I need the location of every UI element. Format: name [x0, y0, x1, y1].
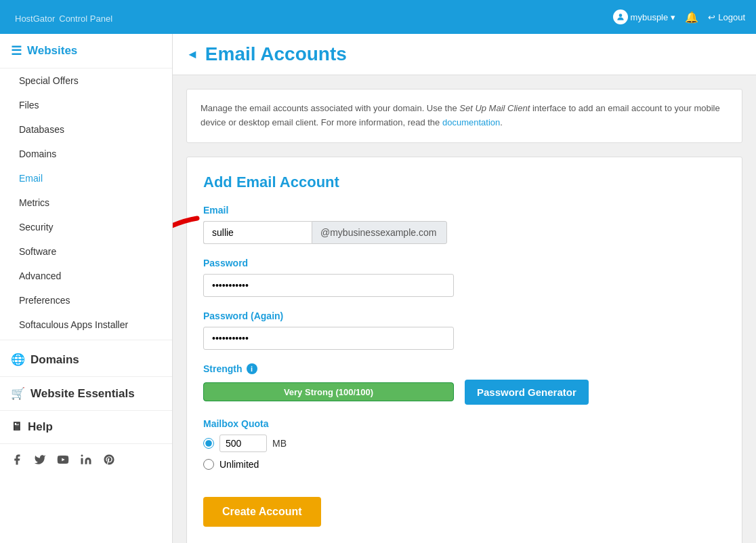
linkedin-icon[interactable]: [80, 454, 92, 469]
layout: ☰ Websites Special Offers Files Database…: [0, 34, 756, 543]
avatar: [613, 9, 628, 24]
password-again-label: Password (Again): [203, 310, 726, 321]
sidebar-domains-section[interactable]: 🌐 Domains: [0, 343, 172, 377]
sidebar-item-domains[interactable]: Domains: [0, 142, 172, 166]
quota-unit-label: MB: [272, 438, 287, 449]
password-again-group: Password (Again): [203, 310, 726, 350]
strength-row: Very Strong (100/100) Password Generator: [203, 380, 726, 405]
email-domain-display: @mybusinessexample.com: [312, 221, 447, 244]
content-area: Manage the email accounts associated wit…: [173, 75, 756, 543]
add-email-form: Add Email Account Email @mybusinessexamp…: [186, 157, 742, 543]
page-title: Email Accounts: [205, 43, 347, 65]
email-label: Email: [203, 205, 726, 216]
documentation-link[interactable]: documentation: [442, 117, 500, 127]
email-local-input[interactable]: [203, 221, 312, 244]
sidebar-item-special-offers[interactable]: Special Offers: [0, 68, 172, 93]
password-group: Password: [203, 258, 726, 297]
sidebar-item-databases[interactable]: Databases: [0, 117, 172, 142]
sidebar-websites-label: Websites: [27, 44, 77, 58]
quota-unlimited-label: Unlimited: [219, 459, 259, 470]
logout-button[interactable]: ↩ Logout: [708, 12, 745, 22]
logo: HostGatorControl Panel: [11, 9, 112, 25]
collapse-sidebar-button[interactable]: ◄: [186, 47, 198, 62]
svg-point-2: [81, 455, 83, 457]
sidebar-item-preferences[interactable]: Preferences: [0, 288, 172, 313]
sidebar-divider-1: [0, 340, 172, 340]
header-left: HostGatorControl Panel: [11, 9, 112, 25]
strength-info-icon[interactable]: i: [247, 363, 257, 374]
mailbox-quota-label: Mailbox Quota: [203, 418, 726, 429]
help-icon: 🖥: [11, 420, 22, 434]
facebook-icon[interactable]: [11, 454, 23, 469]
chevron-down-icon: ▾: [671, 12, 675, 22]
sidebar-item-files[interactable]: Files: [0, 93, 172, 117]
quota-mb-option: MB: [203, 435, 726, 452]
form-section-title: Add Email Account: [203, 174, 726, 191]
page-header-bar: ◄ Email Accounts: [173, 34, 756, 75]
password-label: Password: [203, 258, 726, 268]
quota-mb-radio[interactable]: [203, 438, 214, 449]
sidebar-help-section[interactable]: 🖥 Help: [0, 411, 172, 444]
header-right: mybusple ▾ 🔔 ↩ Logout: [613, 9, 745, 24]
quota-unlimited-radio[interactable]: [203, 459, 214, 470]
sidebar-item-software[interactable]: Software: [0, 239, 172, 264]
password-again-input[interactable]: [203, 327, 454, 350]
youtube-icon[interactable]: [57, 454, 69, 469]
pinterest-icon[interactable]: [103, 454, 115, 469]
quota-unlimited-option: Unlimited: [203, 459, 726, 470]
email-row: @mybusinessexample.com: [203, 221, 726, 244]
quota-options: MB Unlimited: [203, 435, 726, 470]
menu-icon: ☰: [11, 43, 22, 58]
password-generator-button[interactable]: Password Generator: [465, 380, 589, 405]
sidebar-websites-section[interactable]: ☰ Websites: [0, 34, 172, 68]
sidebar-website-essentials-section[interactable]: 🛒 Website Essentials: [0, 377, 172, 411]
strength-label: Strength i: [203, 363, 726, 374]
strength-group: Strength i Very Strong (100/100) Passwor…: [203, 363, 726, 405]
sidebar-item-security[interactable]: Security: [0, 215, 172, 239]
twitter-icon[interactable]: [34, 454, 46, 469]
logout-icon: ↩: [708, 12, 715, 22]
create-account-button[interactable]: Create Account: [203, 497, 321, 527]
cart-icon: 🛒: [11, 386, 25, 401]
bell-icon[interactable]: 🔔: [685, 11, 698, 24]
sidebar-item-metrics[interactable]: Metrics: [0, 190, 172, 215]
main-content: ◄ Email Accounts Manage the email accoun…: [173, 34, 756, 543]
globe-icon: 🌐: [11, 353, 25, 367]
strength-bar: Very Strong (100/100): [203, 382, 454, 401]
strength-bar-text: Very Strong (100/100): [284, 387, 373, 397]
user-menu[interactable]: mybusple ▾: [613, 9, 676, 24]
quota-number-input[interactable]: [219, 435, 267, 452]
header: HostGatorControl Panel mybusple ▾ 🔔 ↩ Lo…: [0, 0, 756, 34]
social-bar: [0, 444, 172, 479]
sidebar-item-advanced[interactable]: Advanced: [0, 264, 172, 288]
email-group: Email @mybusinessexample.com: [203, 205, 726, 244]
sidebar: ☰ Websites Special Offers Files Database…: [0, 34, 173, 543]
mailbox-quota-group: Mailbox Quota MB Unlimited: [203, 418, 726, 470]
sidebar-item-softaculous[interactable]: Softaculous Apps Installer: [0, 313, 172, 337]
sidebar-item-email[interactable]: Email: [0, 166, 172, 190]
username: mybusple: [631, 12, 669, 22]
info-text-block: Manage the email accounts associated wit…: [186, 89, 742, 143]
password-input[interactable]: [203, 274, 454, 297]
svg-point-0: [618, 14, 622, 17]
